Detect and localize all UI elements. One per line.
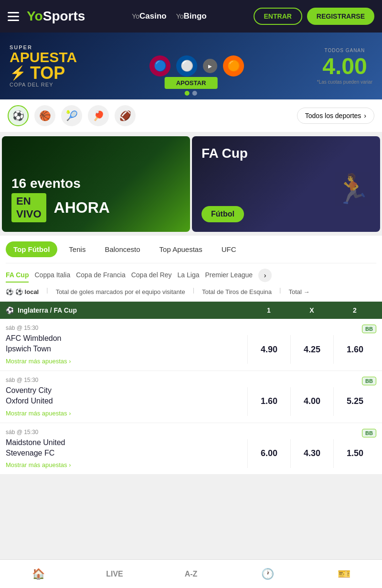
banner-teams: 🔵 ⚪ ▶ 🟠: [86, 55, 308, 76]
match-1-bb-badge: BB: [362, 325, 376, 333]
banner-todos-ganan: TODOS GANAN: [317, 48, 372, 53]
match-2-odds-2[interactable]: 5.25: [333, 387, 376, 416]
bet-type-more[interactable]: Total →: [288, 286, 317, 297]
local-label: ⚽ local: [15, 288, 39, 295]
sport-icon-basketball[interactable]: 🏀: [34, 105, 55, 126]
tab-ufc[interactable]: UFC: [214, 241, 244, 257]
bet-type-visitante[interactable]: Total de goles marcados por el equipo vi…: [56, 286, 193, 297]
apostar-button[interactable]: APOSTAR: [165, 77, 218, 89]
logo-yo: Yo: [27, 9, 43, 23]
match-2-teams: Coventry City Oxford United: [6, 385, 244, 407]
match-2-team2: Oxford United: [6, 396, 244, 406]
match-2-info: sáb @ 15:30 Coventry City Oxford United …: [6, 377, 244, 417]
sport-icon-tabletennis[interactable]: 🏓: [88, 105, 109, 126]
entrar-button[interactable]: ENTRAR: [254, 8, 302, 25]
divider-3: |: [279, 286, 281, 297]
tab-top-apuestas[interactable]: Top Apuestas: [152, 241, 210, 257]
league-tab-premier[interactable]: Premier League: [205, 268, 253, 283]
nav-bingo[interactable]: YoBingo: [176, 11, 207, 21]
registrar-button[interactable]: REGISTRARSE: [307, 8, 374, 25]
match-3-more-bets[interactable]: Mostrar más apuestas ›: [6, 461, 244, 468]
match-2-time: sáb @ 15:30: [6, 377, 244, 383]
promo-banner: SUPER APUESTA ⚡ TOP COPA DEL REY 🔵 ⚪ ▶ 🟠…: [0, 33, 382, 99]
match-1-team1: AFC Wimbledon: [6, 333, 244, 344]
match-table-header: ⚽ Inglaterra / FA Cup 1 X 2: [0, 302, 382, 319]
chevron-right-icon-3: ›: [69, 461, 71, 468]
banner-cuotas-note: *Las cuotas pueden variar: [317, 79, 372, 85]
nav-bingo-prefix: Yo: [176, 12, 184, 20]
more-label: Total →: [288, 288, 309, 295]
col-1-header: 1: [247, 306, 290, 314]
league-header: ⚽ Inglaterra / FA Cup: [6, 306, 247, 314]
match-3-team1: Maidstone United: [6, 437, 244, 448]
league-tab-copa-del-rey[interactable]: Copa del Rey: [131, 268, 172, 283]
todos-deportes-label: Todos los deportes: [305, 112, 361, 120]
match-1-time: sáb @ 15:30: [6, 325, 244, 331]
tab-baloncesto[interactable]: Baloncesto: [97, 241, 148, 257]
banner-odds: 4.00: [317, 53, 372, 79]
match-2-bb-badge: BB: [362, 377, 376, 385]
nav-casino-label: Casino: [139, 11, 167, 21]
banner-apuesta-text: APUESTA: [10, 50, 77, 65]
dot-2[interactable]: [192, 91, 197, 96]
chevron-right-icon-2: ›: [69, 410, 71, 417]
sport-icon-american-football[interactable]: 🏈: [115, 105, 136, 126]
match-1-odds: 4.90 4.25 1.60: [247, 335, 376, 364]
match-2-team1: Coventry City: [6, 385, 244, 396]
fa-cup-title: FA Cup: [202, 146, 371, 161]
todos-deportes-button[interactable]: Todos los deportes ›: [297, 108, 374, 124]
match-2-odds-1[interactable]: 1.60: [247, 387, 290, 416]
match-row-3: sáb @ 15:30 Maidstone United Stevenage F…: [0, 423, 382, 475]
bet-type-local[interactable]: ⚽ ⚽ local: [6, 286, 46, 297]
league-tab-copa-francia[interactable]: Copa de Francia: [76, 268, 126, 283]
sport-icon-tennis[interactable]: 🎾: [61, 105, 82, 126]
match-2-odds-x[interactable]: 4.00: [290, 387, 333, 416]
tab-top-futbol[interactable]: Top Fútbol: [6, 241, 57, 257]
league-tab-fa-cup[interactable]: FA Cup: [6, 268, 29, 283]
banner-top-text: TOP: [30, 65, 65, 82]
logo-sports: Sports: [43, 9, 85, 23]
header-nav: YoCasino YoBingo: [132, 11, 207, 21]
divider-1: |: [46, 286, 48, 297]
dot-1[interactable]: [185, 91, 190, 96]
match-1-more-bets[interactable]: Mostrar más apuestas ›: [6, 358, 244, 365]
match-2-more-bets[interactable]: Mostrar más apuestas ›: [6, 410, 244, 417]
live-card-content: 16 eventos ENVIVO AHORA: [11, 176, 180, 222]
league-name: Inglaterra / FA Cup: [18, 306, 77, 314]
divider-2: |: [193, 286, 194, 297]
odds-headers: 1 X 2: [247, 306, 376, 314]
match-1-team2: Ipswich Town: [6, 344, 244, 354]
match-3-odds-1[interactable]: 6.00: [247, 439, 290, 468]
live-events-card[interactable]: 16 eventos ENVIVO AHORA: [2, 136, 190, 232]
banner-dots: [185, 91, 197, 99]
more-bets-label: Mostrar más apuestas: [6, 358, 67, 365]
league-tab-coppa-italia[interactable]: Coppa Italia: [34, 268, 70, 283]
match-row-1: sáb @ 15:30 AFC Wimbledon Ipswich Town M…: [0, 319, 382, 371]
futbol-button[interactable]: Fútbol: [202, 206, 244, 222]
bet-type-esquina[interactable]: Total de Tiros de Esquina: [202, 286, 279, 297]
en-vivo-badge: ENVIVO: [11, 193, 46, 222]
header-left: YoSports: [8, 9, 85, 24]
league-tab-la-liga[interactable]: La Liga: [178, 268, 200, 283]
sport-icon-football[interactable]: ⚽: [8, 105, 29, 126]
match-1-odds-2[interactable]: 1.60: [333, 335, 376, 364]
fa-cup-card[interactable]: FA Cup 🏃 Fútbol: [192, 136, 380, 232]
bet-type-bar: ⚽ ⚽ local | Total de goles marcados por …: [0, 283, 382, 302]
player-silhouette: 🏃: [335, 172, 371, 206]
banner-right: TODOS GANAN 4.00 *Las cuotas pueden vari…: [308, 40, 382, 92]
match-1-info: sáb @ 15:30 AFC Wimbledon Ipswich Town M…: [6, 325, 244, 365]
more-leagues-button[interactable]: ›: [258, 269, 272, 282]
bolt-icon: ⚡: [10, 66, 26, 80]
hamburger-menu[interactable]: [8, 12, 19, 21]
logo[interactable]: YoSports: [27, 9, 85, 24]
match-1-odds-1[interactable]: 4.90: [247, 335, 290, 364]
nav-casino[interactable]: YoCasino: [132, 11, 167, 21]
main-tabs: Top Fútbol Tenis Baloncesto Top Apuestas…: [6, 241, 376, 263]
chevron-right-icon: ›: [69, 358, 71, 365]
match-1-odds-x[interactable]: 4.25: [290, 335, 333, 364]
match-3-time: sáb @ 15:30: [6, 429, 244, 436]
tab-tenis[interactable]: Tenis: [61, 241, 93, 257]
visitante-label: Total de goles marcados por el equipo vi…: [56, 288, 185, 295]
match-3-odds-2[interactable]: 1.50: [333, 439, 376, 468]
match-3-odds-x[interactable]: 4.30: [290, 439, 333, 468]
